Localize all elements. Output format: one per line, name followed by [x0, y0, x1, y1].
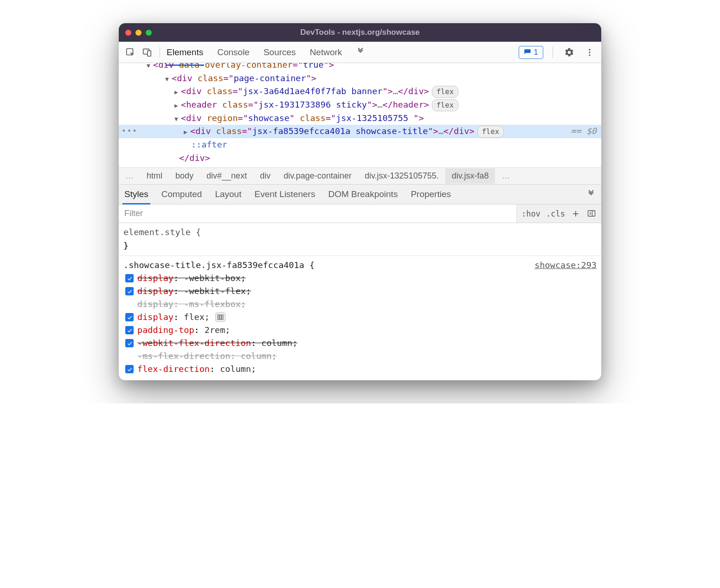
- flex-badge[interactable]: flex: [432, 86, 458, 98]
- flexbox-editor-icon[interactable]: [215, 313, 225, 322]
- crumb-item[interactable]: div.jsx-1325105755.: [358, 168, 445, 184]
- crumb-overflow-left[interactable]: …: [119, 168, 140, 184]
- crumb-item[interactable]: div.page-container: [277, 168, 358, 184]
- styles-content: element.style { } showcase:293 .showcase…: [119, 223, 601, 380]
- kebab-menu-icon[interactable]: [583, 45, 597, 59]
- styles-filter-input[interactable]: [119, 205, 516, 223]
- declaration-text[interactable]: display: -webkit-flex;: [137, 285, 251, 298]
- settings-icon[interactable]: [562, 45, 576, 59]
- dom-node[interactable]: ▼<div region="showcase" class="jsx-13251…: [119, 112, 601, 125]
- tab-event-listeners[interactable]: Event Listeners: [254, 189, 315, 199]
- main-toolbar: Elements Console Sources Network 1: [119, 42, 601, 63]
- pane-tabs-overflow-icon[interactable]: [586, 189, 596, 200]
- tab-dom-breakpoints[interactable]: DOM Breakpoints: [328, 189, 398, 199]
- svg-rect-10: [222, 315, 223, 320]
- dom-node-selected[interactable]: ••• ▶<div class="jsx-fa8539efcca401a sho…: [119, 125, 601, 138]
- crumb-item-selected[interactable]: div.jsx-fa8: [445, 168, 495, 184]
- rule-close-brace: }: [123, 239, 597, 253]
- flex-badge[interactable]: flex: [432, 99, 458, 111]
- dom-node[interactable]: ▼<div class="page-container">: [119, 72, 601, 85]
- declaration-toggle-checkbox[interactable]: [125, 365, 134, 373]
- device-toggle-icon[interactable]: [140, 45, 154, 59]
- declaration-text[interactable]: -webkit-flex-direction: column;: [137, 337, 297, 350]
- toggle-hov-button[interactable]: :hov: [521, 209, 540, 218]
- declaration-text[interactable]: flex-direction: column;: [137, 363, 256, 376]
- tab-computed[interactable]: Computed: [161, 189, 202, 199]
- dom-node[interactable]: ▶<div class="jsx-3a64d1ae4f0f7fab banner…: [119, 85, 601, 98]
- maximize-window-button[interactable]: [146, 30, 152, 36]
- toggle-cls-button[interactable]: .cls: [546, 209, 565, 218]
- console-ref-label: == $0: [571, 125, 597, 138]
- rule-divider: [119, 256, 601, 256]
- declaration-text[interactable]: padding-top: 2rem;: [137, 324, 231, 337]
- tab-elements[interactable]: Elements: [166, 44, 204, 61]
- new-style-rule-icon[interactable]: [571, 209, 581, 219]
- declaration-toggle-checkbox[interactable]: [125, 287, 134, 295]
- dom-tree[interactable]: ▼<div data-overlay-container="true"> ▼<d…: [119, 63, 601, 167]
- inspect-element-icon[interactable]: [123, 45, 137, 59]
- tab-styles[interactable]: Styles: [124, 189, 148, 199]
- dom-node[interactable]: ::after: [119, 138, 601, 152]
- css-declaration[interactable]: display: -webkit-box;: [125, 272, 597, 285]
- svg-point-4: [589, 51, 590, 53]
- rule-header[interactable]: showcase:293 .showcase-title.jsx-fa8539e…: [123, 259, 597, 272]
- tab-sources[interactable]: Sources: [263, 44, 297, 61]
- tab-console[interactable]: Console: [216, 44, 251, 61]
- css-declaration[interactable]: flex-direction: column;: [125, 363, 597, 376]
- ellipsis-icon[interactable]: •••: [122, 126, 138, 137]
- declarations-list: display: -webkit-box;display: -webkit-fl…: [123, 272, 597, 376]
- window-controls: [125, 30, 152, 36]
- tab-properties[interactable]: Properties: [411, 189, 451, 199]
- crumb-item[interactable]: div#__next: [200, 168, 253, 184]
- titlebar: DevTools - nextjs.org/showcase: [119, 23, 601, 42]
- styles-filter-buttons: :hov .cls: [516, 205, 601, 223]
- css-declaration[interactable]: display: flex;: [125, 311, 597, 324]
- crumb-overflow-right[interactable]: …: [495, 168, 516, 184]
- declaration-text[interactable]: -ms-flex-direction: column;: [137, 350, 277, 363]
- svg-rect-9: [219, 315, 221, 320]
- declaration-text[interactable]: display: -ms-flexbox;: [137, 298, 246, 311]
- svg-rect-6: [588, 211, 595, 216]
- css-declaration[interactable]: -ms-flex-direction: column;: [125, 350, 597, 363]
- flex-badge[interactable]: flex: [477, 126, 504, 138]
- css-declaration[interactable]: display: -webkit-flex;: [125, 285, 597, 298]
- svg-rect-8: [218, 315, 219, 320]
- svg-point-3: [589, 49, 590, 50]
- issues-badge[interactable]: 1: [519, 46, 543, 59]
- element-style-header[interactable]: element.style {: [123, 226, 597, 239]
- window-title: DevTools - nextjs.org/showcase: [300, 28, 420, 37]
- svg-point-5: [589, 54, 590, 56]
- close-window-button[interactable]: [125, 30, 131, 36]
- dom-node[interactable]: </div>: [119, 152, 601, 165]
- rule-source-link[interactable]: showcase:293: [534, 259, 597, 272]
- css-declaration[interactable]: padding-top: 2rem;: [125, 324, 597, 337]
- styles-filter-bar: :hov .cls: [119, 205, 601, 223]
- declaration-toggle-checkbox[interactable]: [125, 326, 134, 334]
- crumb-item[interactable]: html: [140, 168, 169, 184]
- minimize-window-button[interactable]: [135, 30, 141, 36]
- toolbar-right: 1: [519, 45, 597, 59]
- declaration-toggle-checkbox[interactable]: [125, 313, 134, 321]
- crumb-item[interactable]: body: [169, 168, 200, 184]
- declaration-toggle-checkbox[interactable]: [125, 274, 134, 282]
- tabs-overflow-icon[interactable]: [355, 43, 366, 62]
- css-declaration[interactable]: -webkit-flex-direction: column;: [125, 337, 597, 350]
- css-declaration[interactable]: display: -ms-flexbox;: [125, 298, 597, 311]
- panel-tabs: Elements Console Sources Network: [166, 43, 516, 62]
- issues-count: 1: [534, 48, 538, 57]
- toolbar-separator: [160, 47, 160, 58]
- crumb-item[interactable]: div: [253, 168, 277, 184]
- breadcrumb: … html body div#__next div div.page-cont…: [119, 167, 601, 184]
- styles-pane-tabs: Styles Computed Layout Event Listeners D…: [119, 184, 601, 205]
- svg-rect-2: [148, 51, 151, 56]
- declaration-toggle-checkbox[interactable]: [125, 339, 134, 347]
- dom-node[interactable]: ▼<div data-overlay-container="true">: [119, 63, 601, 72]
- dom-node[interactable]: ▶<header class="jsx-1931733896 sticky">……: [119, 98, 601, 112]
- declaration-text[interactable]: display: flex;: [137, 311, 210, 324]
- toggle-sidebar-icon[interactable]: [586, 209, 597, 219]
- declaration-text[interactable]: display: -webkit-box;: [137, 272, 246, 285]
- tab-network[interactable]: Network: [309, 44, 343, 61]
- devtools-window: DevTools - nextjs.org/showcase Elements …: [119, 23, 601, 380]
- tab-layout[interactable]: Layout: [215, 189, 241, 199]
- toolbar-separator: [553, 47, 553, 58]
